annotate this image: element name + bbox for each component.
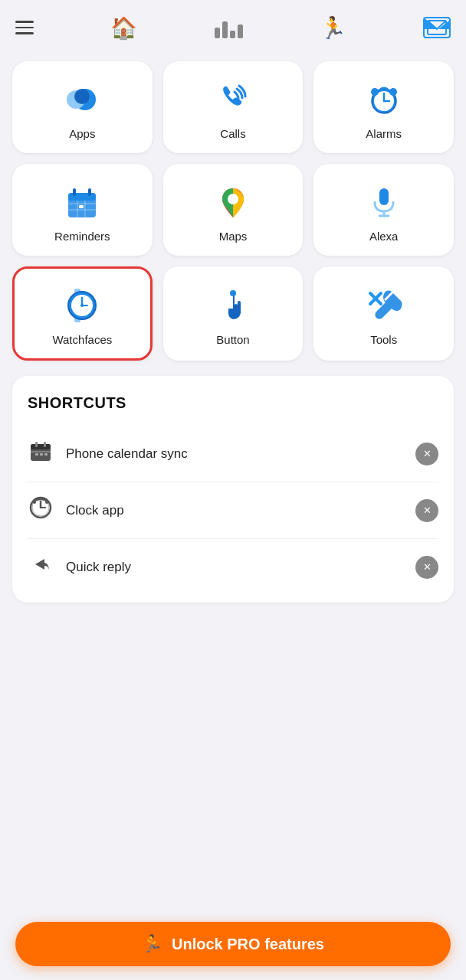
shortcut-clock-label: Clock app xyxy=(66,503,415,518)
svg-point-20 xyxy=(228,194,238,204)
svg-rect-13 xyxy=(73,188,76,196)
shortcut-clock-icon xyxy=(28,496,54,524)
watchfaces-icon xyxy=(62,286,102,325)
shortcuts-title: SHORTCUTS xyxy=(28,394,438,412)
grid-item-alarms[interactable]: Alarms xyxy=(313,61,454,153)
watchfaces-label: Watchfaces xyxy=(52,333,112,346)
shortcut-calendar-icon xyxy=(28,439,54,468)
mail-icon[interactable] xyxy=(423,17,451,38)
activity-icon[interactable]: 🏃 xyxy=(320,15,346,41)
svg-point-31 xyxy=(230,290,236,296)
shortcut-item-calendar[interactable]: Phone calendar sync xyxy=(28,426,438,482)
alexa-icon xyxy=(364,182,404,222)
svg-rect-12 xyxy=(68,193,96,201)
shortcut-item-clock[interactable]: Clock app xyxy=(28,482,438,539)
unlock-label: Unlock PRO features xyxy=(172,936,324,953)
svg-rect-40 xyxy=(40,453,43,456)
grid-item-alexa[interactable]: Alexa xyxy=(313,164,454,256)
shortcut-calendar-label: Phone calendar sync xyxy=(66,446,415,462)
alarms-icon xyxy=(364,80,404,119)
svg-point-9 xyxy=(389,88,397,96)
shortcut-reply-icon xyxy=(28,553,54,581)
apps-label: Apps xyxy=(69,127,95,140)
svg-rect-19 xyxy=(79,205,84,208)
unlock-pro-button[interactable]: 🏃 Unlock PRO features xyxy=(15,922,451,966)
svg-point-30 xyxy=(80,304,84,307)
grid-item-reminders[interactable]: Reminders xyxy=(12,164,153,256)
unlock-bar: 🏃 Unlock PRO features xyxy=(0,911,466,980)
svg-rect-35 xyxy=(31,444,51,449)
grid-item-calls[interactable]: Calls xyxy=(163,61,304,153)
home-icon[interactable]: 🏠 xyxy=(110,15,137,41)
shortcut-reply-label: Quick reply xyxy=(66,560,415,575)
svg-point-3 xyxy=(74,89,90,104)
svg-rect-37 xyxy=(44,442,46,447)
reminders-icon xyxy=(62,182,102,222)
app-grid: Apps Calls Alarms xyxy=(0,55,466,361)
svg-rect-36 xyxy=(35,442,38,447)
tools-icon xyxy=(364,286,404,325)
svg-rect-41 xyxy=(44,453,48,456)
shortcut-clock-remove[interactable] xyxy=(415,499,438,522)
tools-label: Tools xyxy=(370,333,397,346)
calls-label: Calls xyxy=(220,127,245,140)
grid-item-apps[interactable]: Apps xyxy=(12,61,153,153)
svg-rect-0 xyxy=(428,21,446,34)
grid-item-tools[interactable]: Tools xyxy=(313,266,454,361)
apps-icon xyxy=(62,80,102,119)
shortcuts-section: SHORTCUTS Phone calendar sync xyxy=(12,376,454,603)
top-nav: 🏠 🏃 xyxy=(0,0,466,55)
svg-point-46 xyxy=(33,501,36,504)
shortcut-reply-remove[interactable] xyxy=(415,556,438,579)
grid-item-button[interactable]: Button xyxy=(163,266,304,361)
shortcut-calendar-remove[interactable] xyxy=(415,443,438,466)
menu-icon[interactable] xyxy=(15,21,34,34)
chart-icon[interactable] xyxy=(215,17,243,38)
svg-rect-14 xyxy=(88,188,91,196)
svg-point-8 xyxy=(371,88,379,96)
svg-rect-21 xyxy=(379,188,389,205)
grid-item-maps[interactable]: Maps xyxy=(163,164,304,256)
maps-icon xyxy=(213,182,253,222)
button-label: Button xyxy=(216,333,249,346)
unlock-icon: 🏃 xyxy=(142,934,162,954)
svg-point-47 xyxy=(45,501,48,504)
alarms-label: Alarms xyxy=(366,127,402,140)
maps-label: Maps xyxy=(219,230,248,243)
button-icon xyxy=(213,286,253,325)
alexa-label: Alexa xyxy=(369,230,399,243)
calls-icon xyxy=(213,80,253,119)
reminders-label: Reminders xyxy=(54,230,110,243)
grid-item-watchfaces[interactable]: Watchfaces xyxy=(12,266,153,361)
svg-rect-39 xyxy=(35,453,38,456)
shortcut-item-reply[interactable]: Quick reply xyxy=(28,539,438,595)
